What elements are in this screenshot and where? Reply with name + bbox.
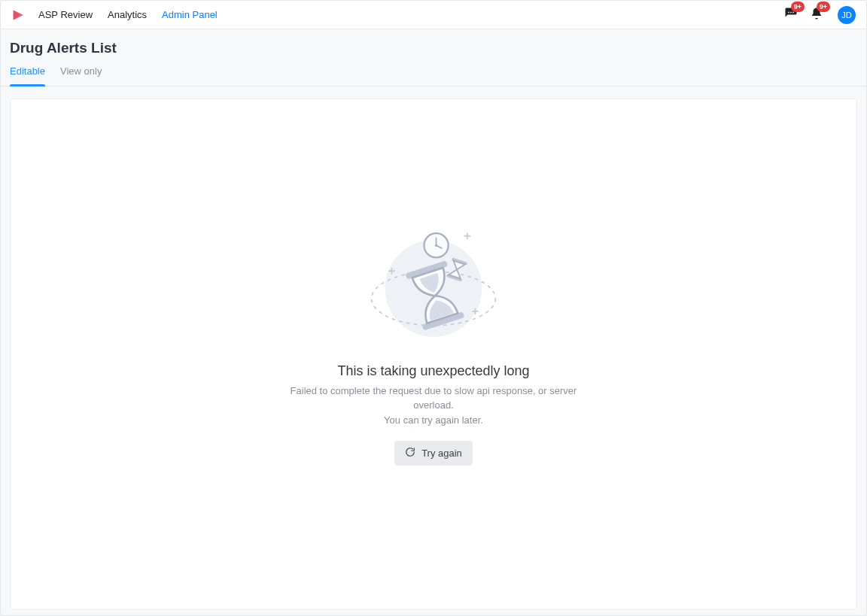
- page-header: Drug Alerts List Editable View only: [1, 29, 866, 86]
- try-again-button[interactable]: Try again: [394, 441, 473, 466]
- avatar[interactable]: JD: [838, 6, 856, 24]
- tabs: Editable View only: [10, 65, 857, 86]
- app-frame: ASP Review Analytics Admin Panel 9+ 9+ J…: [0, 0, 867, 616]
- content-area: This is taking unexpectedly long Failed …: [1, 86, 866, 616]
- nav-admin-panel[interactable]: Admin Panel: [162, 9, 218, 20]
- nav-links: ASP Review Analytics Admin Panel: [38, 9, 218, 20]
- error-subtitle: Failed to complete the request due to sl…: [275, 384, 592, 428]
- error-subtitle-line1: Failed to complete the request due to sl…: [291, 385, 577, 411]
- messages-button[interactable]: 9+: [780, 5, 802, 26]
- notifications-button[interactable]: 9+: [806, 5, 827, 26]
- top-nav: ASP Review Analytics Admin Panel 9+ 9+ J…: [1, 1, 866, 29]
- nav-analytics[interactable]: Analytics: [108, 9, 147, 20]
- error-subtitle-line2: You can try again later.: [384, 414, 483, 426]
- error-title: This is taking unexpectedly long: [275, 363, 592, 379]
- app-logo-icon: [11, 8, 25, 22]
- content-card: This is taking unexpectedly long Failed …: [10, 99, 857, 610]
- try-again-label: Try again: [421, 448, 462, 459]
- tab-editable[interactable]: Editable: [10, 65, 45, 86]
- refresh-icon: [405, 447, 415, 460]
- nav-asp-review[interactable]: ASP Review: [38, 9, 93, 20]
- page-title: Drug Alerts List: [10, 40, 857, 56]
- tab-view-only[interactable]: View only: [60, 65, 102, 86]
- hourglass-illustration-icon: [366, 228, 501, 356]
- messages-badge: 9+: [791, 2, 805, 12]
- notifications-badge: 9+: [817, 2, 830, 12]
- timeout-error-state: This is taking unexpectedly long Failed …: [260, 213, 607, 481]
